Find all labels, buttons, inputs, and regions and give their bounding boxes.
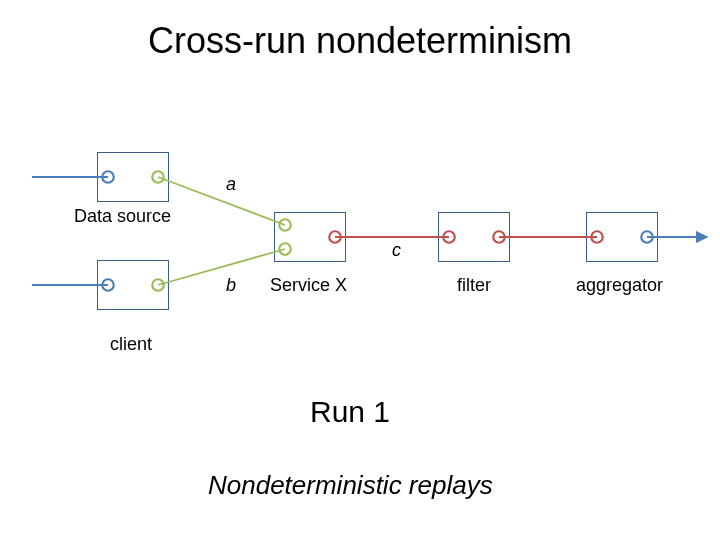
top-left-box (97, 152, 169, 202)
filter-box (438, 212, 510, 262)
data-source-label: Data source (74, 206, 171, 227)
c-label: c (392, 240, 401, 261)
bottom-left-box (97, 260, 169, 310)
service-x-box (274, 212, 346, 262)
service-x-label: Service X (270, 275, 347, 296)
filter-label: filter (457, 275, 491, 296)
page-title: Cross-run nondeterminism (0, 20, 720, 62)
aggregator-label: aggregator (576, 275, 663, 296)
edge-b (158, 249, 285, 285)
b-label: b (226, 275, 236, 296)
a-label: a (226, 174, 236, 195)
client-label: client (110, 334, 152, 355)
aggregator-box (586, 212, 658, 262)
footer-label: Nondeterministic replays (208, 470, 493, 501)
run-label: Run 1 (310, 395, 390, 429)
edge-a (158, 177, 285, 225)
